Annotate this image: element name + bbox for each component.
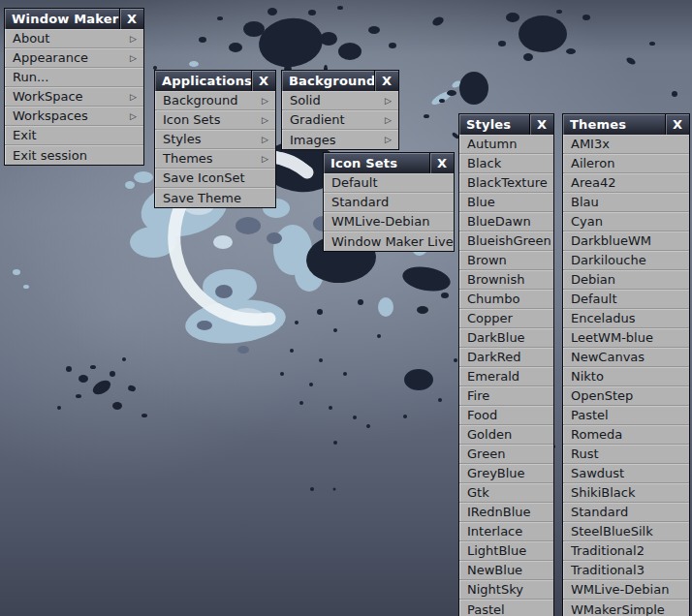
menu-item-food[interactable]: Food [459,406,553,425]
menu-item-sawdust[interactable]: Sawdust [563,464,689,483]
menu-item-lightblue[interactable]: LightBlue [459,541,553,561]
menu-titlebar[interactable]: ThemesX [563,114,689,135]
menu-item-about[interactable]: About▷ [5,29,143,48]
menu-item-save-theme[interactable]: Save Theme [155,188,275,207]
menu-titlebar[interactable]: StylesX [459,114,553,135]
menu-item-exit[interactable]: Exit [5,126,143,145]
menu-item-emerald[interactable]: Emerald [459,367,553,386]
menu-item-greyblue[interactable]: GreyBlue [459,464,553,483]
close-button[interactable]: X [375,71,398,91]
menu-item-gradient[interactable]: Gradient▷ [282,110,398,130]
menu-item-blue[interactable]: Blue [459,193,553,212]
close-button[interactable]: X [666,114,689,135]
close-button[interactable]: X [430,153,454,173]
menu-item-bluedawn[interactable]: BlueDawn [459,212,553,231]
menu-item-black[interactable]: Black [459,154,553,173]
menu-item-background[interactable]: Background▷ [155,91,275,110]
submenu-arrow-icon: ▷ [120,34,137,44]
menu-item-wmlive-debian[interactable]: WMLive-Debian [563,580,689,600]
menu-item-openstep[interactable]: OpenStep [563,386,689,406]
menu-item-shikiblack[interactable]: ShikiBlack [563,483,689,503]
menu-item-wmlive-debian[interactable]: WMLive-Debian [324,212,454,231]
close-icon: X [537,118,547,131]
menu-item-label: Sawdust [571,466,624,480]
menu-item-styles[interactable]: Styles▷ [155,130,275,149]
menu-item-golden[interactable]: Golden [459,425,553,445]
menu-body: About▷Appearance▷Run...WorkSpace▷Workspa… [5,29,143,165]
menu-item-aileron[interactable]: Aileron [563,154,689,173]
menu-titlebar[interactable]: ApplicationsX [155,71,275,91]
menu-item-exit-session[interactable]: Exit session [5,145,143,165]
menu-item-darkbluewm[interactable]: DarkblueWM [563,231,689,251]
submenu-arrow-icon: ▷ [375,96,392,106]
menu-item-images[interactable]: Images▷ [282,130,398,149]
menu-applications: ApplicationsXBackground▷Icon Sets▷Styles… [154,70,276,208]
menu-item-darkilouche[interactable]: Darkilouche [563,251,689,270]
menu-item-brownish[interactable]: Brownish [459,270,553,290]
desktop[interactable]: Window MakerXAbout▷Appearance▷Run...Work… [0,0,692,616]
menu-item-area42[interactable]: Area42 [563,173,689,193]
menu-item-interlace[interactable]: Interlace [459,522,553,541]
menu-titlebar[interactable]: BackgroundX [282,71,398,91]
close-button[interactable]: X [530,114,553,135]
menu-item-irednblue[interactable]: IRednBlue [459,503,553,522]
submenu-arrow-icon: ▷ [120,111,137,121]
menu-item-appearance[interactable]: Appearance▷ [5,48,143,68]
menu-item-standard[interactable]: Standard [324,193,454,212]
menu-item-green[interactable]: Green [459,445,553,464]
menu-item-romeda[interactable]: Romeda [563,425,689,445]
close-button[interactable]: X [252,71,275,91]
menu-item-label: Darkilouche [571,253,646,267]
menu-item-brown[interactable]: Brown [459,251,553,270]
close-button[interactable]: X [120,9,143,29]
menu-item-standard[interactable]: Standard [563,503,689,522]
menu-title: Window Maker [5,9,120,29]
menu-item-gtk[interactable]: Gtk [459,483,553,503]
menu-item-label: Gradient [290,112,345,127]
menu-item-newcanvas[interactable]: NewCanvas [563,348,689,367]
menu-item-enceladus[interactable]: Enceladus [563,309,689,328]
menu-item-label: Styles [163,132,201,146]
close-icon: X [259,75,268,87]
menu-item-default[interactable]: Default [563,290,689,309]
menu-item-blueishgreen[interactable]: BlueishGreen [459,231,553,251]
menu-item-window-maker-live[interactable]: Window Maker Live [324,231,454,251]
menu-item-workspace[interactable]: WorkSpace▷ [5,87,143,107]
menu-item-nightsky[interactable]: NightSky [459,580,553,600]
menu-item-label: Emerald [467,369,519,384]
menu-item-blacktexture[interactable]: BlackTexture [459,173,553,193]
menu-item-fire[interactable]: Fire [459,386,553,406]
menu-item-icon-sets[interactable]: Icon Sets▷ [155,110,275,130]
menu-item-ami3x[interactable]: AMI3x [563,135,689,154]
menu-titlebar[interactable]: Window MakerX [5,9,143,29]
menu-item-chumbo[interactable]: Chumbo [459,290,553,309]
menu-item-autumn[interactable]: Autumn [459,135,553,154]
menu-item-nikto[interactable]: Nikto [563,367,689,386]
menu-item-pastel[interactable]: Pastel [459,600,553,616]
menu-item-traditional2[interactable]: Traditional2 [563,541,689,561]
menu-item-themes[interactable]: Themes▷ [155,149,275,169]
menu-item-darkblue[interactable]: DarkBlue [459,328,553,348]
menu-item-darkred[interactable]: DarkRed [459,348,553,367]
menu-item-default[interactable]: Default [324,173,454,193]
menu-item-debian[interactable]: Debian [563,270,689,290]
menu-item-wmakersimple[interactable]: WMakerSimple [563,600,689,616]
menu-item-solid[interactable]: Solid▷ [282,91,398,110]
menu-item-blau[interactable]: Blau [563,193,689,212]
menu-item-steelbluesilk[interactable]: SteelBlueSilk [563,522,689,541]
menu-item-label: IRednBlue [467,505,531,519]
menu-item-save-iconset[interactable]: Save IconSet [155,169,275,188]
menu-item-workspaces[interactable]: Workspaces▷ [5,107,143,126]
menu-item-copper[interactable]: Copper [459,309,553,328]
menu-titlebar[interactable]: Icon SetsX [324,153,454,173]
menu-item-newblue[interactable]: NewBlue [459,561,553,580]
menu-item-leetwm-blue[interactable]: LeetWM-blue [563,328,689,348]
close-icon: X [382,75,392,87]
menu-item-traditional3[interactable]: Traditional3 [563,561,689,580]
menu-item-run[interactable]: Run... [5,68,143,87]
menu-item-cyan[interactable]: Cyan [563,212,689,231]
menu-item-label: WMakerSimple [571,602,665,616]
menu-item-rust[interactable]: Rust [563,445,689,464]
menu-item-pastel[interactable]: Pastel [563,406,689,425]
submenu-arrow-icon: ▷ [120,53,137,63]
